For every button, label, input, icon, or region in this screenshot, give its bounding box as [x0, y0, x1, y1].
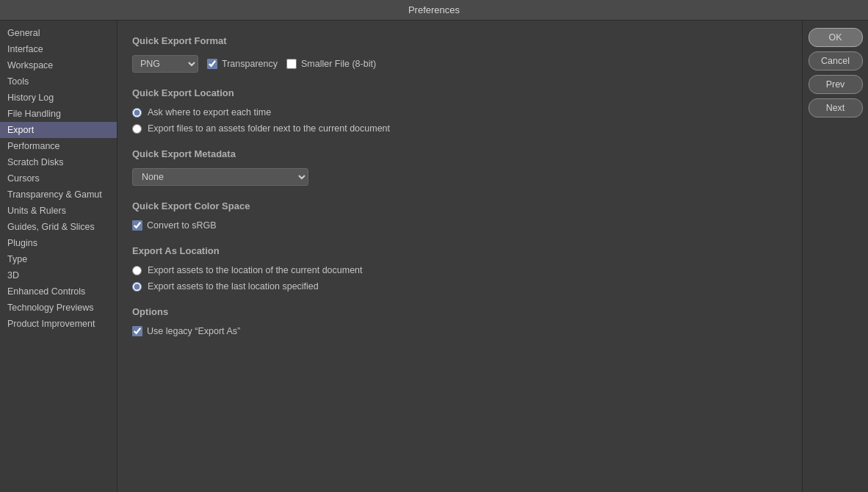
export-as-location-header: Export As Location [132, 245, 787, 256]
quick-export-color-space-section: Quick Export Color Space Convert to sRGB [132, 200, 787, 231]
radio-last-location-input[interactable] [132, 282, 142, 292]
quick-export-location-header: Quick Export Location [132, 87, 787, 98]
buttons-panel: OK Cancel Prev Next [802, 21, 868, 492]
convert-srgb-label[interactable]: Convert to sRGB [132, 220, 787, 231]
sidebar-item-tools[interactable]: Tools [0, 73, 117, 90]
transparency-label: Transparency [222, 59, 278, 69]
sidebar-item-file-handling[interactable]: File Handling [0, 106, 117, 122]
radio-current-doc-label: Export assets to the location of the cur… [148, 265, 363, 275]
sidebar-item-guides-grid-slices[interactable]: Guides, Grid & Slices [0, 219, 117, 235]
convert-srgb-checkbox[interactable] [132, 220, 142, 231]
sidebar-item-interface[interactable]: Interface [0, 41, 117, 57]
radio-last-location-label: Export assets to the last location speci… [148, 281, 319, 292]
sidebar-item-3d[interactable]: 3D [0, 267, 117, 283]
sidebar-item-plugins[interactable]: Plugins [0, 235, 117, 251]
convert-srgb-text: Convert to sRGB [147, 220, 216, 231]
quick-export-metadata-section: Quick Export Metadata None Copyright Onl… [132, 148, 787, 186]
smaller-file-checkbox-label[interactable]: Smaller File (8-bit) [286, 59, 376, 69]
quick-export-color-space-header: Quick Export Color Space [132, 200, 787, 211]
next-button[interactable]: Next [809, 98, 863, 117]
legacy-export-label[interactable]: Use legacy “Export As” [132, 326, 787, 336]
sidebar-item-enhanced-controls[interactable]: Enhanced Controls [0, 283, 117, 300]
transparency-checkbox[interactable] [207, 59, 217, 69]
radio-assets-input[interactable] [132, 124, 142, 134]
transparency-checkbox-label[interactable]: Transparency [207, 59, 278, 69]
radio-last-location[interactable]: Export assets to the last location speci… [132, 281, 787, 292]
sidebar-item-units-rulers[interactable]: Units & Rulers [0, 203, 117, 219]
radio-ask-location[interactable]: Ask where to export each time [132, 107, 787, 117]
sidebar-item-performance[interactable]: Performance [0, 138, 117, 154]
export-as-location-radio-group: Export assets to the location of the cur… [132, 265, 787, 292]
quick-export-metadata-header: Quick Export Metadata [132, 148, 787, 159]
quick-export-format-header: Quick Export Format [132, 35, 787, 46]
sidebar-item-technology-previews[interactable]: Technology Previews [0, 300, 117, 316]
title-bar: Preferences [0, 0, 868, 21]
quick-export-location-section: Quick Export Location Ask where to expor… [132, 87, 787, 134]
legacy-export-text: Use legacy “Export As” [147, 326, 240, 336]
ok-button[interactable]: OK [809, 28, 863, 47]
main-content: Quick Export Format PNG JPEG GIF SVG Tra… [117, 21, 802, 492]
dialog-body: GeneralInterfaceWorkspaceToolsHistory Lo… [0, 21, 868, 492]
sidebar-item-history-log[interactable]: History Log [0, 90, 117, 106]
metadata-select[interactable]: None Copyright Only All [132, 168, 308, 186]
radio-ask-input[interactable] [132, 108, 142, 117]
radio-current-doc-input[interactable] [132, 266, 142, 275]
smaller-file-checkbox[interactable] [286, 59, 297, 69]
sidebar-item-cursors[interactable]: Cursors [0, 170, 117, 187]
sidebar-item-scratch-disks[interactable]: Scratch Disks [0, 154, 117, 170]
legacy-export-checkbox[interactable] [132, 326, 142, 336]
cancel-button[interactable]: Cancel [809, 51, 863, 70]
quick-export-format-section: Quick Export Format PNG JPEG GIF SVG Tra… [132, 35, 787, 73]
sidebar-item-type[interactable]: Type [0, 251, 117, 267]
export-location-radio-group: Ask where to export each time Export fil… [132, 107, 787, 134]
format-row: PNG JPEG GIF SVG Transparency Smaller Fi… [132, 55, 787, 73]
sidebar-item-general[interactable]: General [0, 25, 117, 41]
smaller-file-label: Smaller File (8-bit) [301, 59, 376, 69]
sidebar-item-export[interactable]: Export [0, 122, 117, 138]
options-header: Options [132, 306, 787, 317]
sidebar: GeneralInterfaceWorkspaceToolsHistory Lo… [0, 21, 117, 492]
format-select[interactable]: PNG JPEG GIF SVG [132, 55, 198, 73]
title-label: Preferences [408, 4, 460, 15]
sidebar-item-product-improvement[interactable]: Product Improvement [0, 316, 117, 332]
radio-current-doc[interactable]: Export assets to the location of the cur… [132, 265, 787, 275]
radio-assets-location[interactable]: Export files to an assets folder next to… [132, 123, 787, 134]
radio-assets-label: Export files to an assets folder next to… [148, 123, 390, 134]
export-as-location-section: Export As Location Export assets to the … [132, 245, 787, 292]
prev-button[interactable]: Prev [809, 75, 863, 94]
sidebar-item-transparency-gamut[interactable]: Transparency & Gamut [0, 187, 117, 203]
radio-ask-label: Ask where to export each time [148, 107, 271, 117]
sidebar-item-workspace[interactable]: Workspace [0, 57, 117, 73]
options-section: Options Use legacy “Export As” [132, 306, 787, 336]
